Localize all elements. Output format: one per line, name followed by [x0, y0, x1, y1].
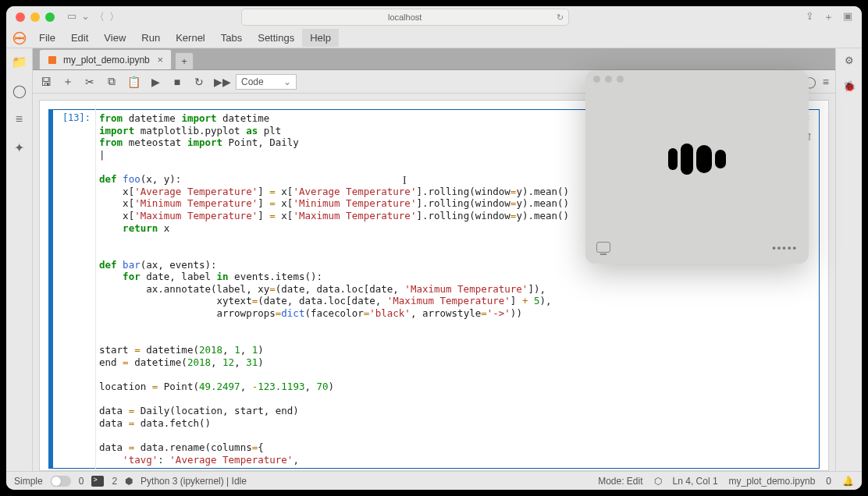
status-file[interactable]: my_plot_demo.ipynb	[729, 476, 816, 487]
overlay-minimize-icon[interactable]	[605, 76, 612, 83]
status-right-count: 0	[826, 476, 831, 487]
screen-share-icon[interactable]	[596, 242, 610, 253]
simple-mode-toggle[interactable]	[51, 476, 71, 487]
tab-close-icon[interactable]: ×	[157, 54, 163, 66]
status-brand-icon[interactable]: ⬢	[125, 476, 133, 487]
url-bar[interactable]: localhost ↻	[241, 9, 569, 26]
forward-icon[interactable]: 〉	[109, 10, 119, 24]
tab-strip: my_plot_demo.ipynb × +	[33, 48, 835, 70]
zoom-window-icon[interactable]	[45, 12, 55, 22]
jupyter-menubar: FileEditViewRunKernelTabsSettingsHelp	[6, 28, 862, 48]
left-sidebar-rail: 📁 ◯ ≡ ✦	[6, 48, 33, 471]
tabs-icon[interactable]: ▣	[843, 10, 852, 24]
reload-icon[interactable]: ↻	[557, 12, 564, 23]
jupyter-logo-icon[interactable]	[11, 30, 28, 47]
menu-kernel[interactable]: Kernel	[168, 29, 213, 47]
terminal-icon[interactable]	[91, 476, 104, 487]
restart-icon[interactable]: ↻	[192, 76, 206, 88]
new-tab-button[interactable]: +	[175, 52, 194, 69]
tab-title: my_plot_demo.ipynb	[63, 55, 150, 66]
cut-icon[interactable]: ✂	[83, 76, 97, 88]
overlay-zoom-icon[interactable]	[617, 76, 624, 83]
right-sidebar-rail: ⚙ 🐞	[835, 48, 862, 471]
svg-rect-1	[48, 56, 56, 64]
cell-prompt: [13]:	[53, 109, 95, 469]
sidebar-toggle-icon[interactable]: ▭	[67, 10, 76, 24]
status-mode: Mode: Edit	[598, 476, 642, 487]
overlay-titlebar[interactable]	[585, 70, 809, 87]
property-inspector-icon[interactable]: ⚙	[845, 55, 854, 66]
voice-waveform-icon	[668, 143, 726, 175]
menu-run[interactable]: Run	[133, 29, 168, 47]
tab-notebook[interactable]: my_plot_demo.ipynb ×	[39, 49, 172, 69]
add-cell-icon[interactable]: ＋	[61, 75, 75, 89]
notebook-icon	[48, 55, 57, 65]
menu-tabs[interactable]: Tabs	[213, 29, 250, 47]
url-text: localhost	[388, 12, 422, 22]
menu-settings[interactable]: Settings	[250, 29, 302, 47]
status-trusted-icon[interactable]: ⬡	[654, 476, 662, 487]
status-bar: Simple 0 2 ⬢ Python 3 (ipykernel) | Idle…	[6, 471, 862, 490]
status-cursor: Ln 4, Col 1	[673, 476, 718, 487]
status-count-0: 0	[79, 476, 84, 487]
run-icon[interactable]: ▶	[148, 76, 162, 88]
paste-icon[interactable]: 📋	[126, 76, 141, 88]
debugger-icon[interactable]: 🐞	[843, 80, 856, 92]
menu-view[interactable]: View	[96, 29, 133, 47]
status-count-2: 2	[112, 476, 117, 487]
browser-nav: ▭ ⌄ 〈 〉	[67, 10, 119, 24]
text-cursor-icon: I	[403, 175, 407, 187]
floating-assistant-window[interactable]: •••••	[585, 70, 809, 264]
run-all-icon[interactable]: ▶▶	[214, 76, 228, 88]
notification-icon[interactable]: 🔔	[842, 476, 854, 487]
window-controls[interactable]	[16, 12, 55, 22]
menu-help[interactable]: Help	[302, 29, 339, 47]
toc-icon[interactable]: ≡	[16, 112, 23, 126]
dropdown-icon[interactable]: ⌄	[81, 10, 90, 24]
back-icon[interactable]: 〈	[94, 10, 105, 24]
share-icon[interactable]: ⇪	[806, 10, 814, 24]
stop-icon[interactable]: ■	[170, 76, 184, 88]
save-icon[interactable]: 🖫	[39, 76, 53, 88]
menu-edit[interactable]: Edit	[63, 29, 96, 47]
menu-file[interactable]: File	[31, 29, 63, 47]
close-window-icon[interactable]	[16, 12, 25, 22]
status-simple-label: Simple	[14, 476, 43, 487]
overlay-close-icon[interactable]	[593, 76, 600, 83]
overlay-body	[585, 87, 809, 231]
browser-titlebar: ▭ ⌄ 〈 〉 localhost ↻ ⇪ ＋ ▣	[6, 6, 862, 28]
cell-type-select[interactable]: Code	[236, 74, 297, 90]
running-icon[interactable]: ◯	[12, 83, 27, 98]
copy-icon[interactable]: ⧉	[105, 75, 119, 88]
new-tab-icon[interactable]: ＋	[824, 10, 834, 24]
overlay-indicator-dots: •••••	[772, 242, 798, 253]
panel-toggle-icon[interactable]: ≡	[823, 76, 829, 88]
folder-icon[interactable]: 📁	[12, 55, 27, 69]
minimize-window-icon[interactable]	[30, 12, 40, 22]
status-kernel[interactable]: Python 3 (ipykernel) | Idle	[141, 476, 247, 487]
extensions-icon[interactable]: ✦	[14, 140, 24, 155]
